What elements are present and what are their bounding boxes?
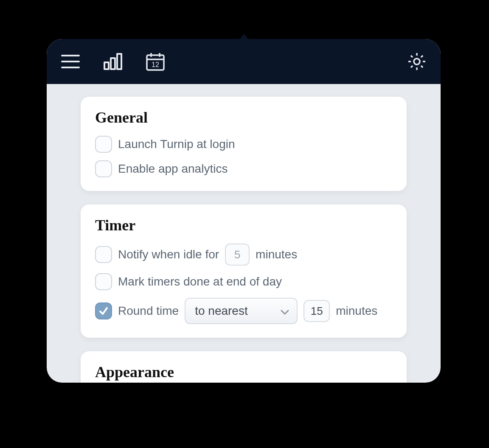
input-round-minutes[interactable] bbox=[304, 300, 330, 322]
row-idle-notify: Notify when idle for minutes bbox=[95, 244, 392, 266]
label-mark-done: Mark timers done at end of day bbox=[118, 275, 282, 288]
section-title-general: General bbox=[95, 109, 392, 126]
gear-icon bbox=[407, 51, 427, 72]
section-appearance: Appearance Menubar color bbox=[81, 351, 407, 383]
svg-rect-5 bbox=[117, 54, 121, 69]
label-round-unit: minutes bbox=[336, 304, 377, 318]
settings-popover: 12 General Launch Turnip at login bbox=[47, 39, 441, 383]
row-launch-at-login: Launch Turnip at login bbox=[95, 136, 392, 153]
input-idle-minutes[interactable] bbox=[225, 244, 250, 266]
row-analytics: Enable app analytics bbox=[95, 160, 392, 177]
menu-icon bbox=[61, 54, 80, 69]
section-timer: Timer Notify when idle for minutes Mark … bbox=[81, 204, 407, 338]
calendar-button[interactable]: 12 bbox=[144, 50, 166, 73]
checkbox-round-time[interactable] bbox=[95, 302, 112, 319]
row-mark-done: Mark timers done at end of day bbox=[95, 273, 392, 290]
checkbox-idle-notify[interactable] bbox=[95, 246, 112, 263]
svg-rect-3 bbox=[104, 62, 109, 69]
section-general: General Launch Turnip at login Enable ap… bbox=[81, 97, 407, 191]
label-analytics: Enable app analytics bbox=[118, 162, 228, 176]
label-launch-at-login: Launch Turnip at login bbox=[118, 137, 235, 151]
menu-button[interactable] bbox=[59, 50, 82, 73]
svg-text:12: 12 bbox=[152, 61, 159, 68]
checkbox-launch-at-login[interactable] bbox=[95, 136, 112, 153]
checkbox-analytics[interactable] bbox=[95, 160, 112, 177]
chevron-down-icon bbox=[281, 304, 289, 318]
settings-button[interactable] bbox=[406, 50, 428, 73]
settings-content: General Launch Turnip at login Enable ap… bbox=[47, 84, 441, 383]
svg-point-11 bbox=[414, 59, 420, 64]
select-round-mode-value: to nearest bbox=[195, 304, 248, 318]
section-title-appearance: Appearance bbox=[95, 363, 392, 381]
svg-rect-4 bbox=[111, 58, 115, 69]
label-idle-after: minutes bbox=[256, 248, 297, 261]
topbar: 12 bbox=[47, 39, 441, 84]
row-round-time: Round time to nearest minutes bbox=[95, 298, 392, 324]
calendar-icon: 12 bbox=[146, 52, 165, 71]
select-round-mode[interactable]: to nearest bbox=[185, 298, 298, 324]
label-idle-before: Notify when idle for bbox=[118, 248, 219, 261]
barchart-icon bbox=[104, 53, 122, 70]
section-title-timer: Timer bbox=[95, 216, 392, 234]
label-round-time: Round time bbox=[118, 304, 179, 318]
stats-button[interactable] bbox=[102, 50, 124, 73]
checkbox-mark-done[interactable] bbox=[95, 273, 112, 290]
